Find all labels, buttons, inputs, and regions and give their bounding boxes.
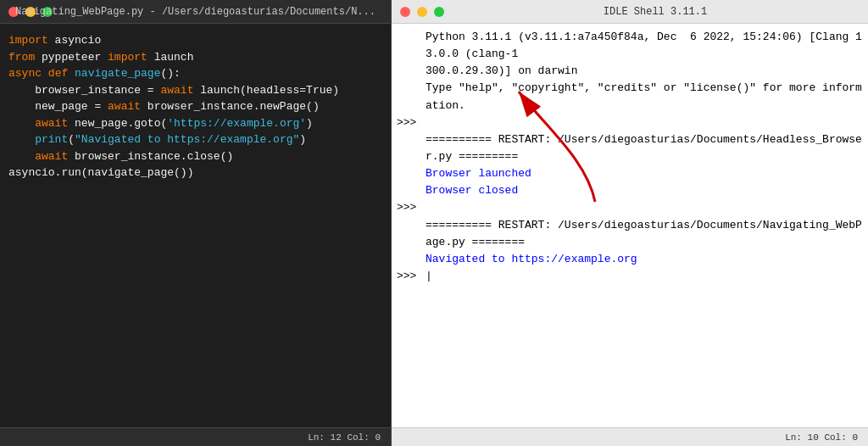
- shell-content[interactable]: Python 3.11.1 (v3.11.1:a7a450f84a, Dec 6…: [392, 24, 868, 427]
- code-line: print("Navigated to https://example.org"…: [8, 131, 382, 148]
- editor-content[interactable]: import asynciofrom pyppeteer import laun…: [0, 24, 391, 427]
- code-line: asyncio.run(navigate_page()): [8, 164, 382, 181]
- code-line: await new_page.goto('https://example.org…: [8, 115, 382, 132]
- editor-titlebar: Navigating_WebPage.py - /Users/diegoastu…: [0, 0, 391, 24]
- shell-line: >>>: [392, 114, 868, 131]
- shell-line: ========== RESTART: /Users/diegoasturias…: [392, 131, 868, 165]
- shell-title: IDLE Shell 3.11.1: [451, 6, 860, 18]
- shell-statusbar: Ln: 10 Col: 0: [392, 427, 868, 446]
- shell-line: ========== RESTART: /Users/diegoasturias…: [392, 217, 868, 251]
- shell-line: Navigated to https://example.org: [392, 251, 868, 268]
- shell-panel: IDLE Shell 3.11.1 Python 3.11.1 (v3.11.1…: [392, 0, 868, 446]
- shell-minimize-button[interactable]: [417, 7, 427, 17]
- shell-text: ========== RESTART: /Users/diegoasturias…: [426, 217, 868, 251]
- shell-prompt: >>>: [392, 114, 426, 131]
- shell-text: Python 3.11.1 (v3.11.1:a7a450f84a, Dec 6…: [426, 29, 868, 63]
- shell-cursor-position: Ln: 10 Col: 0: [785, 432, 858, 443]
- shell-titlebar: IDLE Shell 3.11.1: [392, 0, 868, 24]
- shell-line: 300.0.29.30)] on darwin: [392, 63, 868, 80]
- shell-text: Browser launched: [426, 165, 868, 182]
- shell-line: Type "help", "copyright", "credits" or "…: [392, 80, 868, 114]
- shell-line: >>>: [392, 199, 868, 216]
- editor-title: Navigating_WebPage.py - /Users/diegoastu…: [8, 6, 382, 18]
- shell-prompt: >>>: [392, 199, 426, 216]
- shell-line: Browser launched: [392, 165, 868, 182]
- code-line: await browser_instance.close(): [8, 148, 382, 165]
- shell-text: Browser closed: [426, 182, 868, 199]
- code-line: new_page = await browser_instance.newPag…: [8, 98, 382, 115]
- shell-text: ========== RESTART: /Users/diegoasturias…: [426, 131, 868, 165]
- shell-text: Type "help", "copyright", "credits" or "…: [426, 80, 868, 114]
- code-line: import asyncio: [8, 32, 382, 49]
- shell-maximize-button[interactable]: [434, 7, 444, 17]
- code-line: from pyppeteer import launch: [8, 49, 382, 66]
- editor-cursor-position: Ln: 12 Col: 0: [308, 432, 381, 443]
- shell-line: >>>|: [392, 268, 868, 285]
- shell-prompt: >>>: [392, 268, 426, 285]
- shell-line: Browser closed: [392, 182, 868, 199]
- shell-line: Python 3.11.1 (v3.11.1:a7a450f84a, Dec 6…: [392, 29, 868, 63]
- shell-close-button[interactable]: [400, 7, 410, 17]
- code-line: browser_instance = await launch(headless…: [8, 82, 382, 99]
- code-line: async def navigate_page():: [8, 65, 382, 82]
- shell-text: 300.0.29.30)] on darwin: [426, 63, 868, 80]
- shell-text: |: [426, 268, 868, 285]
- editor-statusbar: Ln: 12 Col: 0: [0, 427, 391, 446]
- editor-panel: Navigating_WebPage.py - /Users/diegoastu…: [0, 0, 392, 446]
- shell-text: Navigated to https://example.org: [426, 251, 868, 268]
